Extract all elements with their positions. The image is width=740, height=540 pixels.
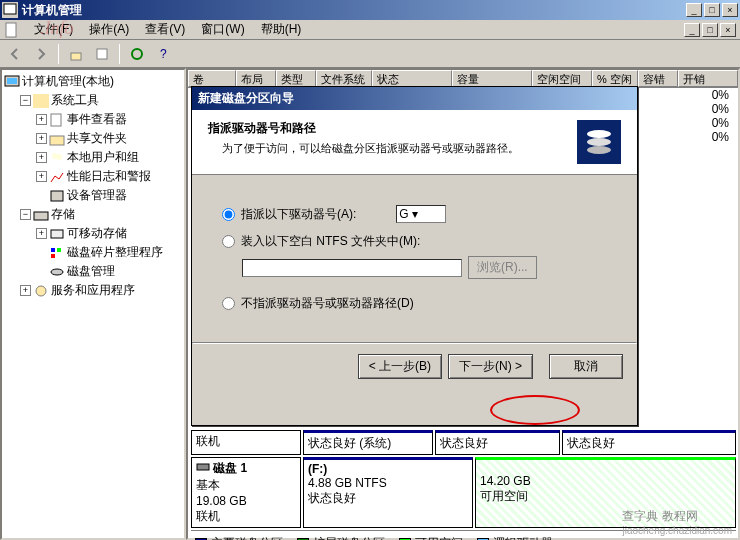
cancel-button[interactable]: 取消 xyxy=(549,354,623,379)
folder-shared-icon xyxy=(49,132,65,146)
menu-view[interactable]: 查看(V) xyxy=(137,19,193,40)
maximize-button[interactable]: □ xyxy=(704,3,720,17)
doc-icon xyxy=(4,22,20,38)
tree-perflogs[interactable]: +性能日志和警报 xyxy=(36,167,182,186)
svg-rect-19 xyxy=(51,254,55,258)
overhead-values: 0% 0% 0% 0% xyxy=(706,88,735,144)
tree-services[interactable]: +服务和应用程序 xyxy=(20,281,182,300)
tree-diskmgmt[interactable]: 磁盘管理 xyxy=(36,262,182,281)
svg-rect-17 xyxy=(51,248,55,252)
tree-storage[interactable]: −存储 xyxy=(20,205,182,224)
expand-icon[interactable]: + xyxy=(36,228,47,239)
label-assign-letter: 指派以下驱动器号(A): xyxy=(241,206,356,223)
disk1-info[interactable]: 磁盘 1 基本 19.08 GB 联机 xyxy=(191,457,301,528)
svg-point-5 xyxy=(132,49,142,59)
svg-point-13 xyxy=(56,154,62,160)
up-button[interactable] xyxy=(65,43,87,65)
menu-window[interactable]: 窗口(W) xyxy=(193,19,252,40)
radio-no-assign[interactable] xyxy=(222,297,235,310)
wizard-subheading: 为了便于访问，可以给磁盘分区指派驱动器号或驱动器路径。 xyxy=(208,141,577,156)
wizard-body: 指派以下驱动器号(A): G ▾ 装入以下空白 NTFS 文件夹中(M): 浏览… xyxy=(192,175,637,342)
col-fault[interactable]: 容错 xyxy=(638,70,678,87)
help-button[interactable]: ? xyxy=(152,43,174,65)
tree-removable[interactable]: +可移动存储 xyxy=(36,224,182,243)
svg-rect-15 xyxy=(34,212,48,220)
tree-eventviewer[interactable]: +事件查看器 xyxy=(36,110,182,129)
mount-path-input xyxy=(242,259,462,277)
col-status[interactable]: 状态 xyxy=(372,70,452,87)
collapse-icon[interactable]: − xyxy=(20,209,31,220)
svg-point-23 xyxy=(587,138,611,146)
svg-rect-4 xyxy=(97,49,107,59)
window-title: 计算机管理 xyxy=(22,2,686,19)
svg-rect-11 xyxy=(50,136,64,145)
tree-users[interactable]: +本地用户和组 xyxy=(36,148,182,167)
services-icon xyxy=(33,284,49,298)
back-button[interactable] xyxy=(4,43,26,65)
tree-root[interactable]: 计算机管理(本地) xyxy=(4,72,182,91)
forward-button[interactable] xyxy=(30,43,52,65)
col-pctfree[interactable]: % 空闲 xyxy=(592,70,638,87)
svg-rect-9 xyxy=(33,94,49,108)
svg-rect-1 xyxy=(4,4,16,14)
menu-bar: 文件(F) 操作(A) 查看(V) 窗口(W) 帮助(H) _ □ × xyxy=(0,20,740,40)
col-layout[interactable]: 布局 xyxy=(236,70,276,87)
tree-systools[interactable]: −系统工具 xyxy=(20,91,182,110)
wizard-header: 指派驱动器号和路径 为了便于访问，可以给磁盘分区指派驱动器号或驱动器路径。 xyxy=(192,110,637,175)
col-fs[interactable]: 文件系统 xyxy=(316,70,372,87)
col-capacity[interactable]: 容量 xyxy=(452,70,532,87)
computer-icon xyxy=(4,75,20,89)
label-mount-folder: 装入以下空白 NTFS 文件夹中(M): xyxy=(241,233,420,250)
expand-icon[interactable]: + xyxy=(36,114,47,125)
defrag-icon xyxy=(49,246,65,260)
volume-good-2[interactable]: 状态良好 xyxy=(562,430,736,455)
refresh-button[interactable] xyxy=(126,43,148,65)
disk0-info[interactable]: 联机 xyxy=(191,430,301,455)
col-free[interactable]: 空闲空间 xyxy=(532,70,592,87)
svg-point-20 xyxy=(51,269,63,275)
col-volume[interactable]: 卷 xyxy=(188,70,236,87)
properties-button[interactable] xyxy=(91,43,113,65)
mdi-maximize-button[interactable]: □ xyxy=(702,23,718,37)
storage-icon xyxy=(33,208,49,222)
tree-pane[interactable]: 计算机管理(本地) −系统工具 +事件查看器 +共享文件夹 +本地用户和组 +性… xyxy=(0,68,186,540)
watermark: 查字典 教程网 jiaocheng.chazidian.com xyxy=(622,508,732,536)
expand-icon[interactable]: + xyxy=(36,152,47,163)
svg-point-21 xyxy=(36,286,46,296)
disk-icon xyxy=(49,265,65,279)
menu-action[interactable]: 操作(A) xyxy=(81,19,137,40)
close-button[interactable]: × xyxy=(722,3,738,17)
radio-assign-letter[interactable] xyxy=(222,208,235,221)
removable-icon xyxy=(49,227,65,241)
volume-f[interactable]: (F:) 4.88 GB NTFS 状态良好 xyxy=(303,457,473,528)
minimize-button[interactable]: _ xyxy=(686,3,702,17)
col-type[interactable]: 类型 xyxy=(276,70,316,87)
svg-point-24 xyxy=(587,146,611,154)
expand-icon[interactable]: + xyxy=(20,285,31,296)
menu-help[interactable]: 帮助(H) xyxy=(253,19,310,40)
tools-icon xyxy=(33,94,49,108)
tree-defrag[interactable]: 磁盘碎片整理程序 xyxy=(36,243,182,262)
next-button[interactable]: 下一步(N) > xyxy=(448,354,533,379)
expand-icon[interactable]: + xyxy=(36,171,47,182)
app-icon xyxy=(2,2,18,18)
label-no-assign: 不指派驱动器号或驱动器路径(D) xyxy=(241,295,414,312)
drive-letter-select[interactable]: G ▾ xyxy=(396,205,446,223)
window-titlebar: 计算机管理 _ □ × xyxy=(0,0,740,20)
expand-icon[interactable]: + xyxy=(36,133,47,144)
mdi-minimize-button[interactable]: _ xyxy=(684,23,700,37)
volume-system[interactable]: 状态良好 (系统) xyxy=(303,430,433,455)
menu-file[interactable]: 文件(F) xyxy=(26,19,81,40)
tree-shared[interactable]: +共享文件夹 xyxy=(36,129,182,148)
collapse-icon[interactable]: − xyxy=(20,95,31,106)
mdi-close-button[interactable]: × xyxy=(720,23,736,37)
disk-icon xyxy=(196,462,210,472)
perf-icon xyxy=(49,170,65,184)
tree-devmgr[interactable]: 设备管理器 xyxy=(36,186,182,205)
back-button[interactable]: < 上一步(B) xyxy=(358,354,442,379)
radio-mount-folder[interactable] xyxy=(222,235,235,248)
volume-good-1[interactable]: 状态良好 xyxy=(435,430,560,455)
new-partition-wizard: 新建磁盘分区向导 指派驱动器号和路径 为了便于访问，可以给磁盘分区指派驱动器号或… xyxy=(191,86,638,426)
col-overhead[interactable]: 开销 xyxy=(678,70,738,87)
wizard-titlebar: 新建磁盘分区向导 xyxy=(192,87,637,110)
